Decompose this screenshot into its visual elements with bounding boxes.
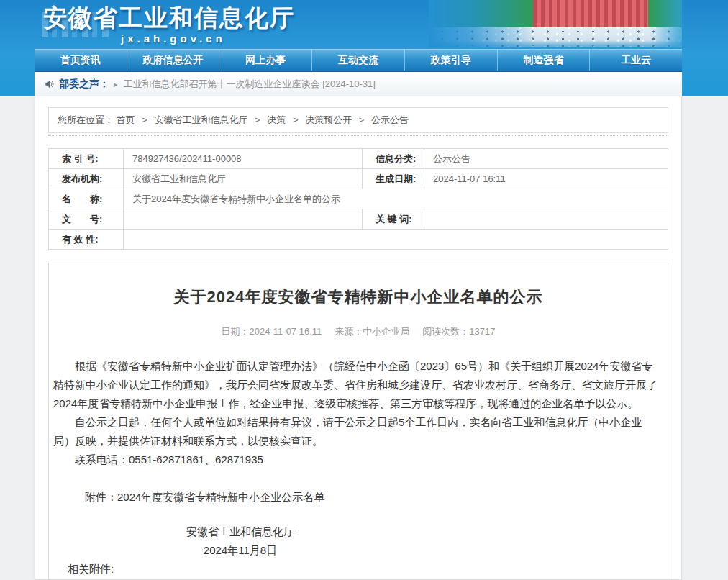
breadcrumb-item-home[interactable]: 首页 [117,114,135,125]
info-label-name: 名 称: [49,189,124,209]
notice-headline-link[interactable]: 工业和信息化部召开第十一次制造业企业座谈会 [2024-10-31] [124,78,376,91]
info-label-issuing-agency: 发布机构: [49,169,124,189]
info-label-index-number: 索 引 号: [49,149,124,169]
meta-date-value: 2024-11-07 16:11 [250,326,322,337]
info-row: 有 效 性: [49,230,668,250]
conference-photo [429,0,682,47]
signature-date: 2024年11月8日 [186,541,294,560]
article-contact-line: 联系电话：0551-62871861、62871935 [53,450,663,469]
signature-block: 安徽省工业和信息化厅 2024年11月8日 [186,522,294,560]
nav-item-policy-guidance[interactable]: 政策引导 [405,50,498,71]
photo-overlay [429,0,682,47]
site-domain: jx.ah.gov.cn [121,32,295,45]
info-row: 文 号: 关 键 词: [49,209,668,230]
signature-organization: 安徽省工业和信息化厅 [186,522,294,541]
breadcrumb-item-announcements[interactable]: 公示公告 [371,114,409,125]
notice-bar: 部委之声： ▸ 工业和信息化部召开第十一次制造业企业座谈会 [2024-10-3… [35,72,682,96]
attachment-label: 附件： [85,491,117,503]
related-attachments: 相关附件: 1、2024年度安徽省专精特新中小企业公示名单.pdf [68,560,663,580]
attachment-link[interactable]: 2024年度安徽省专精特新中小企业公示名单 [117,491,324,503]
meta-views-label: 阅读次数： [422,326,469,337]
breadcrumb-separator: > [359,114,365,125]
breadcrumb-label: 您所在位置： [58,114,114,125]
article-paragraph-basis: 根据《安徽省专精特新中小企业扩面认定管理办法》（皖经信中小企函〔2023〕65号… [53,357,663,413]
info-row: 发布机构: 安徽省工业和信息化厅 生成日期: 2024-11-07 16:11 [49,169,668,189]
breadcrumb-item-department[interactable]: 安徽省工业和信息化厅 [154,114,247,125]
info-value-name: 关于2024年度安徽省专精特新中小企业名单的公示 [124,189,668,209]
nav-item-gov-info-disclosure[interactable]: 政府信息公开 [127,50,220,71]
site-banner: 安徽省工业和信息化厅 jx.ah.gov.cn 首页资讯 政府信息公开 网上办事… [0,0,728,96]
nav-item-interaction[interactable]: 互动交流 [312,50,405,71]
article-paragraph-objection: 自公示之日起，任何个人或单位如对结果持有异议，请于公示之日起5个工作日内，实名向… [53,413,663,450]
info-value-issuing-agency: 安徽省工业和信息化厅 [124,169,363,189]
speaker-icon [45,79,55,89]
breadcrumb-separator: > [255,114,260,125]
info-label-validity: 有 效 性: [49,230,124,250]
info-row: 名 称: 关于2024年度安徽省专精特新中小企业名单的公示 [49,189,668,209]
info-value-validity [124,230,668,250]
info-label-generated-date: 生成日期: [363,169,424,189]
info-value-document-number [124,209,363,230]
info-label-document-number: 文 号: [49,209,124,230]
nav-item-industrial-cloud[interactable]: 工业云 [590,50,682,71]
related-attachments-label: 相关附件: [68,560,663,579]
article-meta: 日期：2024-11-07 16:11来源：中小企业局阅读次数：13717 [53,325,663,338]
article-body: 根据《安徽省专精特新中小企业扩面认定管理办法》（皖经信中小企函〔2023〕65号… [53,357,663,580]
nav-item-online-services[interactable]: 网上办事 [219,50,312,71]
breadcrumb-item-decision[interactable]: 决策 [267,114,286,125]
meta-source-label: 来源： [335,326,363,337]
breadcrumb-separator: > [293,114,299,125]
site-logo[interactable]: 安徽省工业和信息化厅 jx.ah.gov.cn [43,4,295,45]
site-title[interactable]: 安徽省工业和信息化厅 [43,4,295,32]
main-navigation: 首页资讯 政府信息公开 网上办事 互动交流 政策引导 制造强省 工业云 [35,49,682,72]
attachment-line: 附件：2024年度安徽省专精特新中小企业公示名单 [85,488,663,507]
info-label-keywords: 关 键 词: [363,209,424,230]
meta-views-value: 13717 [469,326,495,337]
info-label-category: 信息分类: [363,149,424,169]
dotted-divider [48,135,668,136]
arrow-icon: ▸ [114,80,118,89]
page: 安徽省工业和信息化厅 jx.ah.gov.cn 首页资讯 政府信息公开 网上办事… [0,0,728,580]
meta-source-value: 中小企业局 [363,326,409,337]
document-info-table: 索 引 号: 784927436/202411-00008 信息分类: 公示公告… [48,148,668,250]
info-value-keywords [424,209,668,230]
meta-date-label: 日期： [222,326,250,337]
content-panel: 您所在位置： 首页 > 安徽省工业和信息化厅 > 决策 > 决策预公开 > 公示… [35,96,682,580]
notice-label: 部委之声： [59,78,109,91]
page-title: 关于2024年度安徽省专精特新中小企业名单的公示 [53,286,663,308]
info-value-index-number: 784927436/202411-00008 [124,149,363,169]
article: 关于2024年度安徽省专精特新中小企业名单的公示 日期：2024-11-07 1… [48,263,668,580]
info-value-generated-date: 2024-11-07 16:11 [424,169,668,189]
breadcrumb: 您所在位置： 首页 > 安徽省工业和信息化厅 > 决策 > 决策预公开 > 公示… [48,107,668,133]
breadcrumb-separator: > [142,114,147,125]
nav-item-manufacturing-province[interactable]: 制造强省 [498,50,591,71]
nav-item-home-news[interactable]: 首页资讯 [35,50,127,71]
info-value-category: 公示公告 [424,149,668,169]
site-header: 安徽省工业和信息化厅 jx.ah.gov.cn [35,0,682,49]
breadcrumb-item-pre-disclosure[interactable]: 决策预公开 [305,114,352,125]
info-row: 索 引 号: 784927436/202411-00008 信息分类: 公示公告 [49,149,668,169]
